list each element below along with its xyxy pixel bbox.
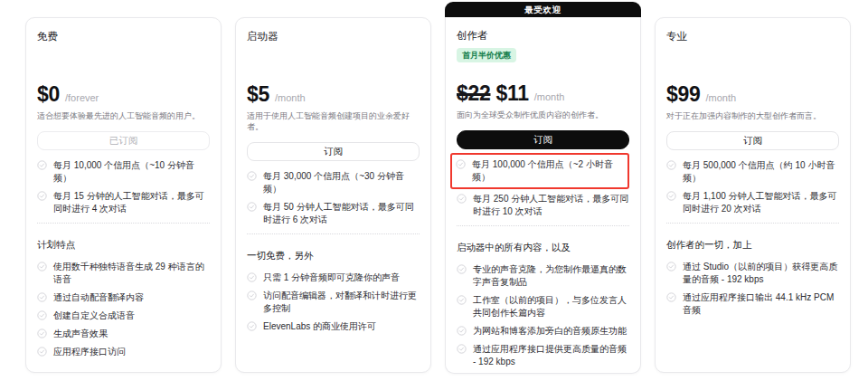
feature-text: 应用程序接口访问 bbox=[53, 346, 126, 358]
check-circle-icon bbox=[456, 159, 466, 169]
feature-item: 访问配音编辑器，对翻译和计时进行更多控制 bbox=[247, 290, 420, 315]
features-section-title: 计划特点 bbox=[37, 238, 210, 252]
check-circle-icon bbox=[37, 262, 47, 271]
feature-text: 每月 250 分钟人工智能对话，最多可同时进行 10 次对话 bbox=[473, 193, 629, 218]
feature-text: 通过应用程序接口提供更高质量的音频 - 192 kbps bbox=[473, 343, 629, 368]
feature-item: 创建自定义合成语音 bbox=[37, 310, 210, 322]
check-circle-icon bbox=[666, 292, 676, 302]
feature-item: ElevenLabs 的商业使用许可 bbox=[247, 320, 420, 333]
plan-description: 适用于使用人工智能音频创建项目的业余爱好者。 bbox=[247, 110, 420, 132]
plan-name: 创作者 bbox=[457, 29, 629, 43]
plan-feature-list: 只需 1 分钟音频即可克隆你的声音 访问配音编辑器，对翻译和计时进行更多控制 E… bbox=[247, 271, 420, 333]
usage-feature-list: 每月 30,000 个信用点（~30 分钟音频） 每月 50 分钟人工智能对话，… bbox=[247, 170, 420, 226]
features-section-title: 启动器中的所有内容，以及 bbox=[457, 241, 629, 254]
plan-name: 启动器 bbox=[247, 30, 420, 43]
badge-slot bbox=[666, 43, 839, 83]
badge-slot bbox=[247, 43, 420, 83]
feature-item: 每月 30,000 个信用点（~30 分钟音频） bbox=[247, 170, 420, 195]
check-circle-icon bbox=[37, 329, 47, 338]
features-section-title: 创作者的一切，加上 bbox=[666, 238, 839, 252]
plan-card-free: 免费 $0 /forever 适合想要体验最先进的人工智能音频的用户。 已订阅 … bbox=[25, 17, 222, 373]
feature-text: 生成声音效果 bbox=[53, 328, 108, 340]
check-circle-icon bbox=[37, 310, 47, 320]
feature-text: 每月 50 分钟人工智能对话，最多可同时进行 6 次对话 bbox=[263, 201, 420, 226]
feature-text: 每月 30,000 个信用点（~30 分钟音频） bbox=[263, 170, 420, 195]
feature-text: 通过 Studio（以前的项目）获得更高质量的音频 - 192 kbps bbox=[683, 261, 839, 286]
badge-slot: 首月半价优惠 bbox=[457, 43, 629, 82]
check-circle-icon bbox=[666, 191, 676, 201]
plan-description: 面向为全球受众制作优质内容的创作者。 bbox=[457, 110, 629, 120]
check-circle-icon bbox=[247, 202, 257, 212]
feature-text: 每月 100,000 个信用点（~2 小时音频） bbox=[472, 158, 618, 184]
plan-feature-list: 使用数千种独特语音生成 29 种语言的语音 通过自动配音翻译内容 创建自定义合成… bbox=[37, 261, 210, 358]
plan-feature-list: 通过 Studio（以前的项目）获得更高质量的音频 - 192 kbps 通过应… bbox=[666, 261, 839, 317]
price: $99 bbox=[666, 83, 700, 105]
feature-text: 通过应用程序接口输出 44.1 kHz PCM 音频 bbox=[683, 291, 839, 317]
divider bbox=[457, 225, 629, 226]
feature-text: 每月 500,000 个信用点（约 10 小时音频） bbox=[683, 159, 839, 185]
feature-item: 每月 250 分钟人工智能对话，最多可同时进行 10 次对话 bbox=[457, 193, 629, 218]
plan-card-starter: 启动器 $5 /month 适用于使用人工智能音频创建项目的业余爱好者。 订阅 … bbox=[235, 17, 431, 373]
subscribe-button[interactable]: 订阅 bbox=[666, 131, 839, 150]
check-circle-icon bbox=[37, 191, 47, 201]
old-price: $22 bbox=[457, 82, 490, 104]
billing-period: /forever bbox=[65, 87, 99, 109]
billing-period: /month bbox=[705, 87, 736, 109]
most-popular-banner: 最受欢迎 bbox=[445, 2, 641, 17]
card-free: 免费 $0 /forever 适合想要体验最先进的人工智能音频的用户。 已订阅 … bbox=[25, 17, 222, 373]
feature-item: 应用程序接口访问 bbox=[37, 346, 210, 358]
feature-item: 通过应用程序接口提供更高质量的音频 - 192 kbps bbox=[457, 343, 629, 368]
feature-item: 专业的声音克隆，为您制作最逼真的数字声音复制品 bbox=[457, 263, 629, 289]
feature-item: 只需 1 分钟音频即可克隆你的声音 bbox=[247, 271, 420, 284]
feature-text: 每月 15 分钟的人工智能对话，最多可同时进行 4 次对话 bbox=[53, 190, 210, 215]
plan-description: 对于正在加强内容制作的大型创作者而言。 bbox=[666, 110, 839, 121]
card-starter: 启动器 $5 /month 适用于使用人工智能音频创建项目的业余爱好者。 订阅 … bbox=[235, 17, 431, 373]
feature-item: 每月 15 分钟的人工智能对话，最多可同时进行 4 次对话 bbox=[37, 190, 210, 215]
divider bbox=[666, 223, 839, 224]
badge-slot bbox=[37, 43, 210, 83]
subscribe-button[interactable]: 订阅 bbox=[247, 142, 420, 161]
feature-item: 每月 500,000 个信用点（约 10 小时音频） bbox=[666, 159, 839, 185]
plan-description: 适合想要体验最先进的人工智能音频的用户。 bbox=[37, 110, 210, 121]
check-circle-icon bbox=[247, 272, 257, 282]
divider bbox=[37, 223, 210, 224]
price-line: $22 $11 /month bbox=[457, 82, 629, 104]
check-circle-icon bbox=[247, 171, 257, 181]
plan-name: 专业 bbox=[666, 30, 839, 43]
price-line: $0 /forever bbox=[37, 83, 210, 105]
usage-feature-list: 每月 100,000 个信用点（~2 小时音频） 每月 250 分钟人工智能对话… bbox=[457, 153, 629, 218]
check-circle-icon bbox=[457, 264, 467, 274]
feature-item: 使用数千种独特语音生成 29 种语言的语音 bbox=[37, 261, 210, 286]
check-circle-icon bbox=[37, 292, 47, 302]
feature-text: 只需 1 分钟音频即可克隆你的声音 bbox=[263, 271, 400, 284]
plan-feature-list: 专业的声音克隆，为您制作最逼真的数字声音复制品 工作室（以前的项目），与多位发言… bbox=[457, 263, 629, 368]
check-circle-icon bbox=[457, 194, 467, 204]
promo-badge: 首月半价优惠 bbox=[457, 48, 516, 62]
feature-item: 为网站和博客添加旁白的音频原生功能 bbox=[457, 325, 629, 338]
check-circle-icon bbox=[247, 291, 257, 300]
feature-item: 工作室（以前的项目），与多位发言人共同创作长篇内容 bbox=[457, 294, 629, 319]
feature-text: 为网站和博客添加旁白的音频原生功能 bbox=[473, 325, 627, 338]
check-circle-icon bbox=[666, 160, 676, 170]
price-line: $99 /month bbox=[666, 83, 839, 105]
billing-period: /month bbox=[534, 86, 565, 108]
usage-feature-list: 每月 500,000 个信用点（约 10 小时音频） 每月 1,100 分钟人工… bbox=[666, 159, 839, 215]
feature-text: 每月 10,000 个信用点（~10 分钟音频） bbox=[53, 159, 210, 185]
features-section-title: 一切免费，另外 bbox=[247, 249, 420, 262]
feature-item: 每月 10,000 个信用点（~10 分钟音频） bbox=[37, 159, 210, 185]
usage-feature-list: 每月 10,000 个信用点（~10 分钟音频） 每月 15 分钟的人工智能对话… bbox=[37, 159, 210, 215]
card-pro: 专业 $99 /month 对于正在加强内容制作的大型创作者而言。 订阅 每月 … bbox=[655, 17, 851, 373]
check-circle-icon bbox=[666, 262, 676, 271]
subscribe-button[interactable]: 订阅 bbox=[457, 130, 629, 149]
feature-item: 通过应用程序接口输出 44.1 kHz PCM 音频 bbox=[666, 291, 839, 317]
feature-text: 每月 1,100 分钟人工智能对话，最多可同时进行 20 次对话 bbox=[683, 190, 839, 215]
price: $11 bbox=[495, 82, 528, 104]
feature-item: 每月 1,100 分钟人工智能对话，最多可同时进行 20 次对话 bbox=[666, 190, 839, 215]
check-circle-icon bbox=[37, 160, 47, 170]
feature-text: 创建自定义合成语音 bbox=[53, 310, 135, 322]
feature-text: 访问配音编辑器，对翻译和计时进行更多控制 bbox=[263, 290, 420, 315]
plan-name: 免费 bbox=[37, 30, 210, 43]
feature-item: 通过自动配音翻译内容 bbox=[37, 291, 210, 304]
pricing-plans: 免费 $0 /forever 适合想要体验最先进的人工智能音频的用户。 已订阅 … bbox=[0, 0, 868, 374]
subscribed-button[interactable]: 已订阅 bbox=[37, 131, 210, 150]
